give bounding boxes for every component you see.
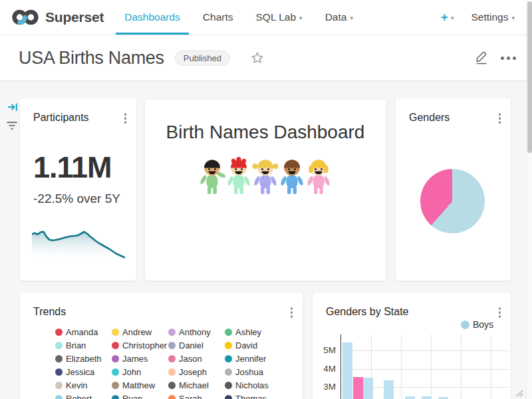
legend-item-elizabeth[interactable]: Elizabeth — [55, 352, 112, 365]
resize-handle[interactable] — [515, 388, 523, 397]
ellipsis-icon — [501, 57, 504, 60]
legend-dot-icon — [112, 382, 119, 389]
chart-menu-button[interactable] — [289, 306, 295, 319]
published-badge[interactable]: Published — [175, 51, 230, 66]
legend-item-boys[interactable]: Boys — [461, 318, 493, 331]
superset-infinity-icon — [11, 7, 40, 27]
legend-item-john[interactable]: John — [112, 365, 168, 378]
legend-item-thomas[interactable]: Thomas — [225, 392, 281, 399]
nav-item-label: Data — [325, 11, 347, 23]
new-item-button[interactable]: + ▾ — [441, 10, 454, 25]
legend-dot-icon — [225, 368, 232, 376]
legend-item-ashley[interactable]: Ashley — [225, 325, 281, 338]
legend-dot-icon — [225, 382, 232, 389]
participants-sparkline — [32, 225, 125, 262]
favorite-star-button[interactable] — [250, 51, 265, 65]
filter-lines-icon — [6, 120, 18, 131]
genders-pie-chart[interactable] — [420, 169, 485, 233]
bar-boys[interactable] — [363, 378, 373, 399]
chart-menu-button[interactable] — [497, 112, 503, 125]
gbs-legend: Boys — [461, 318, 493, 331]
filters-button[interactable] — [6, 120, 18, 134]
genders-card: Genders — [396, 98, 511, 281]
legend-item-brian[interactable]: Brian — [55, 338, 112, 352]
legend-label: Joshua — [235, 367, 263, 377]
legend-item-robert[interactable]: Robert — [55, 392, 112, 399]
bar-girls[interactable] — [353, 377, 363, 399]
gbs-y-axis: 5M4M3M — [313, 334, 338, 399]
chart-menu-button[interactable] — [497, 306, 503, 319]
gridline — [341, 369, 509, 370]
legend-item-anthony[interactable]: Anthony — [168, 325, 225, 338]
legend-label: Jason — [179, 354, 202, 364]
legend-item-joshua[interactable]: Joshua — [225, 365, 281, 378]
legend-item-sarah[interactable]: Sarah — [168, 392, 225, 399]
legend-item-joseph[interactable]: Joseph — [168, 365, 225, 378]
legend-dot-icon — [225, 329, 232, 336]
scrollbar-thumb[interactable] — [527, 1, 532, 153]
legend-item-kevin[interactable]: Kevin — [55, 378, 112, 392]
legend-label: Matthew — [122, 380, 155, 390]
legend-label: Christopher — [122, 340, 167, 350]
chevron-down-icon: ▾ — [511, 14, 515, 21]
kids-illustration — [145, 157, 386, 196]
legend-item-james[interactable]: James — [112, 352, 168, 365]
vertical-scrollbar[interactable] — [526, 0, 532, 399]
legend-label: Ashley — [235, 327, 261, 337]
page-title: USA Births Names — [19, 48, 164, 68]
nav-item-dashboards[interactable]: Dashboards — [113, 0, 192, 35]
chart-menu-button[interactable] — [123, 112, 128, 125]
legend-item-ryan[interactable]: Ryan — [112, 392, 168, 399]
kid-figure — [225, 157, 252, 196]
legend-label: Michael — [179, 380, 209, 390]
legend-dot-icon — [55, 395, 63, 399]
bar-boys[interactable] — [405, 396, 415, 399]
legend-dot-icon — [112, 342, 119, 349]
bar-boys[interactable] — [342, 342, 352, 399]
expand-filter-bar-button[interactable] — [7, 101, 19, 116]
nav-item-label: SQL Lab — [256, 11, 297, 23]
legend-item-amanda[interactable]: Amanda — [55, 325, 112, 338]
bar-boys[interactable] — [422, 396, 432, 399]
legend-item-jason[interactable]: Jason — [168, 352, 225, 365]
legend-item-jessica[interactable]: Jessica — [55, 365, 112, 378]
nav-item-label: Dashboards — [124, 11, 180, 23]
more-actions-button[interactable] — [501, 57, 516, 60]
legend-dot-icon — [55, 342, 63, 349]
legend-dot-icon — [55, 368, 63, 376]
legend-label: Ryan — [122, 394, 142, 399]
settings-label: Settings — [471, 11, 508, 23]
legend-dot-icon — [55, 382, 63, 389]
legend-dot-icon — [168, 368, 176, 376]
pencil-icon — [474, 49, 489, 65]
superset-logo[interactable]: Superset — [0, 0, 113, 35]
legend-item-michael[interactable]: Michael — [168, 378, 225, 392]
legend-label: Elizabeth — [66, 354, 101, 364]
legend-item-daniel[interactable]: Daniel — [168, 338, 225, 352]
settings-menu[interactable]: Settings ▾ — [471, 11, 515, 23]
birth-names-header-card: Birth Names Dashboard — [145, 100, 386, 281]
navbar: Superset DashboardsChartsSQL Lab▾Data▾ +… — [0, 0, 532, 35]
legend-item-matthew[interactable]: Matthew — [112, 378, 168, 392]
edit-dashboard-button[interactable] — [474, 49, 489, 67]
legend-item-christopher[interactable]: Christopher — [112, 338, 168, 352]
legend-label: Jennifer — [235, 354, 266, 364]
legend-item-jennifer[interactable]: Jennifer — [225, 352, 281, 365]
legend-item-nicholas[interactable]: Nicholas — [225, 378, 281, 392]
gridline — [401, 334, 402, 399]
legend-dot-icon — [112, 395, 119, 399]
legend-item-andrew[interactable]: Andrew — [112, 325, 168, 338]
legend-label: Joseph — [179, 367, 207, 377]
participants-card: Participants 1.11M -22.5% over 5Y — [20, 98, 136, 281]
bar-boys[interactable] — [384, 380, 394, 399]
nav-item-charts[interactable]: Charts — [192, 0, 245, 35]
nav-item-data[interactable]: Data▾ — [314, 0, 364, 35]
legend-label: Nicholas — [235, 380, 269, 390]
legend-dot-icon — [112, 368, 119, 376]
genders-by-state-card: Genders by State Boys 5M4M3M — [313, 293, 511, 399]
nav-item-sql-lab[interactable]: SQL Lab▾ — [245, 0, 314, 35]
legend-label: Jessica — [66, 367, 94, 377]
trend-subtext: -22.5% over 5Y — [33, 192, 120, 206]
legend-item-david[interactable]: David — [225, 338, 281, 352]
axis-tick-label: 4M — [313, 364, 336, 374]
